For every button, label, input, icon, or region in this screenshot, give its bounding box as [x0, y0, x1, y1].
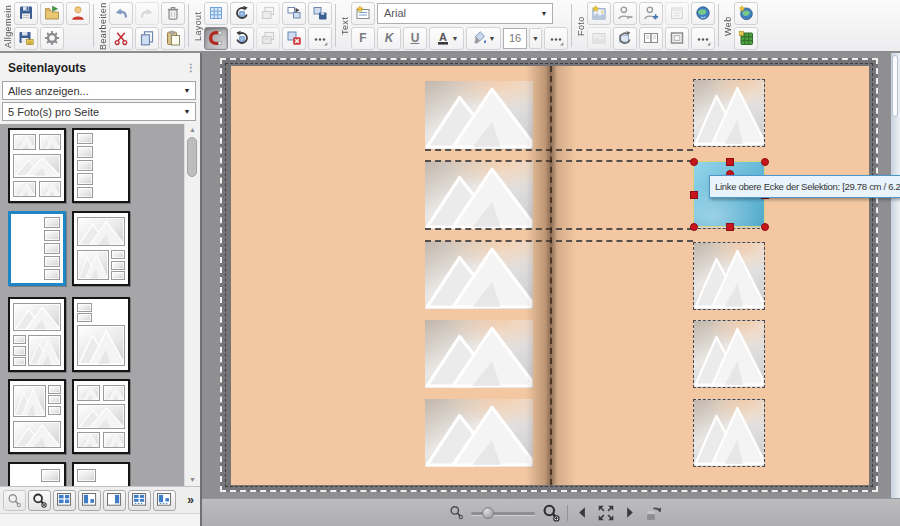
web-album-icon[interactable] [734, 27, 758, 50]
view-left-page-icon[interactable] [78, 490, 101, 511]
save-icon[interactable] [14, 2, 38, 25]
selection-handle-bottom-left[interactable] [690, 223, 698, 231]
open-project-icon[interactable] [40, 2, 64, 25]
sidebar-expand-button[interactable]: » [187, 493, 197, 507]
layout-thumbnail[interactable] [72, 211, 130, 286]
profile-icon[interactable] [66, 2, 90, 25]
scrollbar-thumb[interactable] [187, 137, 197, 177]
photo-placeholder[interactable] [693, 399, 765, 467]
layout-thumbnail[interactable] [72, 297, 130, 372]
layout-delete-icon[interactable] [282, 27, 306, 50]
layout-paste-icon[interactable] [282, 2, 306, 25]
settings-gear-icon[interactable] [40, 27, 64, 50]
selection-handle-bottom-right[interactable] [761, 223, 769, 231]
zoom-in-icon[interactable] [542, 504, 560, 522]
sidebar-scrollbar[interactable]: ▲ ▼ [184, 124, 200, 486]
fill-color-icon[interactable]: ▼ [466, 27, 501, 50]
view-spread-icon[interactable] [53, 490, 76, 511]
layout-thumbnail[interactable] [8, 379, 66, 454]
layout-category-select[interactable]: Alles anzeigen... ▼ [2, 81, 196, 100]
photo-placeholder[interactable] [425, 399, 533, 467]
panel-grip-icon[interactable]: ⋮⋮ [186, 65, 194, 70]
undo-icon[interactable] [109, 2, 133, 25]
grid-icon[interactable] [204, 2, 228, 25]
book-spread-icon[interactable] [639, 27, 663, 50]
layout-thumbnail-selected[interactable] [8, 211, 66, 286]
photo-placeholder[interactable] [425, 81, 533, 149]
zoom-slider-handle[interactable] [482, 507, 494, 519]
text-template-icon[interactable] [351, 2, 375, 25]
layout-save-icon[interactable] [308, 2, 332, 25]
rotate-right-icon[interactable] [230, 27, 254, 50]
zoom-slider[interactable] [471, 507, 535, 519]
selection-handle-top[interactable] [726, 158, 734, 166]
person-remove-icon[interactable] [613, 2, 637, 25]
layout-thumbnail[interactable] [72, 462, 130, 486]
rotate-left-icon[interactable] [230, 2, 254, 25]
layout-thumbnail[interactable] [72, 128, 130, 203]
view-page-numbered-icon[interactable] [153, 490, 176, 511]
layout-thumbnail[interactable] [8, 128, 66, 203]
copy-icon[interactable] [135, 27, 159, 50]
web-globe-icon[interactable] [734, 2, 758, 25]
paste-icon[interactable] [161, 27, 185, 50]
selection-handle-bottom[interactable] [726, 223, 734, 231]
layout-thumbnail[interactable] [8, 297, 66, 372]
scroll-down-icon[interactable]: ▼ [187, 475, 198, 485]
zoom-in-icon[interactable] [28, 490, 51, 511]
selection-handle-top-left[interactable] [690, 158, 698, 166]
zoom-out-icon[interactable] [449, 505, 464, 520]
scroll-up-icon[interactable]: ▲ [187, 125, 198, 135]
layout-block [103, 432, 125, 448]
canvas[interactable]: Linke obere Ecke der Selektion: [29.78 c… [202, 53, 900, 498]
book-spread[interactable]: Linke obere Ecke der Selektion: [29.78 c… [220, 58, 878, 492]
save-as-icon[interactable] [14, 27, 38, 50]
layout-thumbnail[interactable] [72, 379, 130, 454]
toolbar-section-bearbeiten: Bearbeiten [97, 1, 185, 50]
page-prev-icon[interactable] [575, 505, 590, 520]
photo-placeholder[interactable] [693, 320, 765, 388]
zoom-slider-track[interactable] [471, 512, 535, 515]
toolbar-separator [335, 4, 336, 47]
globe-photo-icon[interactable] [691, 2, 715, 25]
layout-thumbnail[interactable] [8, 462, 66, 486]
person-add-icon[interactable] [639, 2, 663, 25]
more-icon[interactable] [308, 27, 332, 50]
photo-placeholder[interactable] [693, 242, 765, 310]
cut-icon[interactable] [109, 27, 133, 50]
font-color-icon[interactable]: A▼ [429, 27, 464, 50]
photo-placeholder[interactable] [425, 320, 533, 388]
toolbar-separator [188, 4, 189, 47]
font-size-dropdown-icon[interactable]: ▼ [529, 28, 542, 49]
font-size-select[interactable]: 16 [503, 28, 527, 49]
text-style-f-button[interactable]: F [351, 27, 375, 50]
photo-placeholder[interactable] [425, 161, 533, 229]
spread-page[interactable]: Linke obere Ecke der Selektion: [29.78 c… [231, 66, 869, 485]
canvas-vertical-scrollbar[interactable] [891, 53, 900, 498]
photo-add-icon[interactable] [587, 2, 611, 25]
text-style-u-button[interactable]: U [403, 27, 427, 50]
toolbar-section-layout: Layout [192, 1, 332, 50]
more-icon[interactable] [691, 27, 715, 50]
selection-handle-left[interactable] [690, 191, 698, 199]
fit-page-icon[interactable] [597, 504, 615, 522]
photo-placeholder[interactable] [693, 79, 765, 147]
page-next-icon[interactable] [622, 505, 637, 520]
delete-icon[interactable] [161, 2, 185, 25]
text-style-k-button[interactable]: K [377, 27, 401, 50]
more-icon[interactable] [544, 27, 568, 50]
view-right-page-icon[interactable] [103, 490, 126, 511]
toolbar-section-label: Foto [576, 3, 586, 49]
rotate-view-icon[interactable] [644, 504, 662, 522]
photo-placeholder[interactable] [425, 241, 533, 309]
photos-per-page-select[interactable]: 5 Foto(s) pro Seite ▼ [2, 102, 196, 121]
selection-handle-top-right[interactable] [761, 158, 769, 166]
photo-date-icon [665, 2, 689, 25]
frame-icon[interactable] [665, 27, 689, 50]
font-family-select[interactable]: Arial▼ [377, 3, 553, 24]
photo-rotate-icon[interactable] [613, 27, 637, 50]
view-spread-numbered-icon[interactable] [128, 490, 151, 511]
canvas-scrollbar-thumb[interactable] [892, 55, 898, 117]
snap-magnet-icon[interactable] [204, 27, 228, 50]
chevron-down-icon[interactable]: ▼ [536, 10, 552, 17]
